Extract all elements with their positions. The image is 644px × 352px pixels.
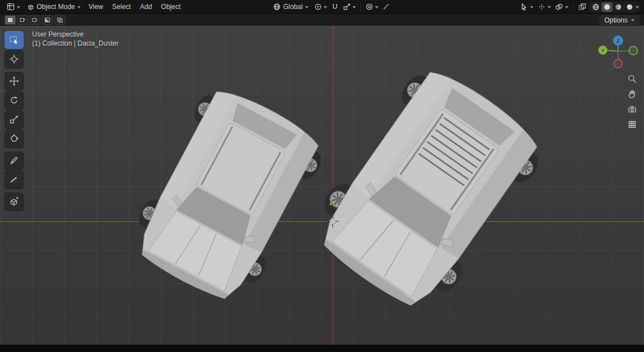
chevron-down-icon xyxy=(565,6,568,8)
falloff-curve-icon xyxy=(382,3,390,11)
shading-mode-group xyxy=(589,2,641,12)
separator xyxy=(360,3,361,11)
toggle-xray-button[interactable] xyxy=(576,2,588,12)
gizmo-z-label: Z xyxy=(616,38,620,44)
tool-scale[interactable] xyxy=(5,110,24,128)
gizmo-axis-y-neg[interactable] xyxy=(629,47,638,55)
shading-material-button[interactable] xyxy=(613,2,624,12)
menu-add[interactable]: Add xyxy=(135,2,156,12)
chevron-down-icon xyxy=(375,6,378,8)
toggle-ortho-button[interactable] xyxy=(625,118,639,131)
pivot-point-dropdown[interactable] xyxy=(312,2,329,12)
scale-icon xyxy=(9,114,19,124)
shading-rendered-icon xyxy=(626,3,633,11)
tool-annotate[interactable] xyxy=(5,152,24,170)
select-extend-button[interactable] xyxy=(17,15,28,25)
zoom-icon xyxy=(628,74,637,83)
shading-rendered-button[interactable] xyxy=(624,2,635,12)
separator xyxy=(573,3,574,11)
tool-select-box[interactable] xyxy=(5,31,24,49)
zoom-button[interactable] xyxy=(625,72,639,86)
select-invert-button[interactable] xyxy=(42,15,53,25)
viewport-overlay-text: User Perspective (1) Collection | Dacia_… xyxy=(32,30,118,48)
collection-label: (1) Collection | Dacia_Duster xyxy=(32,39,118,48)
show-gizmos-dropdown[interactable] xyxy=(536,2,553,12)
mode-label: Object Mode xyxy=(37,3,75,11)
snap-magnet-icon xyxy=(331,3,339,11)
transform-orientation-dropdown[interactable]: Global xyxy=(270,2,312,12)
options-dropdown[interactable]: Options xyxy=(599,15,639,25)
select-intersect-button[interactable] xyxy=(54,15,65,25)
object-visibility-icon xyxy=(520,3,528,11)
select-subtract-button[interactable] xyxy=(29,15,41,25)
car-model-right[interactable] xyxy=(301,56,553,323)
pivot-point-icon xyxy=(314,3,322,11)
toggle-xray-icon xyxy=(578,3,586,11)
proportional-editing-icon xyxy=(365,3,373,11)
select-mode-group xyxy=(5,15,65,25)
toolbar xyxy=(5,31,24,215)
tool-rotate[interactable] xyxy=(5,91,24,109)
chevron-down-icon xyxy=(530,6,533,8)
shading-wireframe-icon xyxy=(592,3,599,11)
annotate-pencil-icon xyxy=(9,155,19,166)
cursor-3d[interactable] xyxy=(326,215,339,228)
add-cube-icon xyxy=(9,197,19,207)
perspective-label: User Perspective xyxy=(32,30,118,39)
mode-selector[interactable]: Object Mode xyxy=(24,2,84,12)
chevron-down-icon xyxy=(636,6,639,8)
tool-measure[interactable] xyxy=(5,171,24,189)
shading-wireframe-button[interactable] xyxy=(590,2,601,12)
menu-object[interactable]: Object xyxy=(157,2,186,12)
chevron-down-icon xyxy=(352,6,356,8)
camera-view-button[interactable] xyxy=(625,103,639,116)
measure-ruler-icon xyxy=(9,175,19,185)
select-set-button[interactable] xyxy=(5,15,16,25)
chevron-down-icon xyxy=(631,19,634,21)
falloff-curve-button[interactable] xyxy=(381,2,392,12)
shading-material-icon xyxy=(615,3,622,11)
status-bar xyxy=(0,345,644,352)
rotate-icon xyxy=(9,95,19,105)
tool-cursor[interactable] xyxy=(5,50,24,68)
chevron-down-icon xyxy=(305,6,308,8)
menu-select[interactable]: Select xyxy=(108,2,135,12)
viewport-header: Object Mode View Select Add Object Globa… xyxy=(0,0,644,14)
snap-target-icon xyxy=(343,3,351,11)
chevron-down-icon xyxy=(324,6,327,8)
object-origin-dot[interactable] xyxy=(329,202,333,206)
viewport-display-cluster xyxy=(518,2,641,12)
options-label: Options xyxy=(605,16,628,24)
snap-target-dropdown[interactable] xyxy=(341,2,358,12)
cursor-icon xyxy=(9,54,19,64)
gizmo-axis-x-neg[interactable] xyxy=(614,60,623,68)
camera-view-icon xyxy=(628,105,637,114)
blender-window: Object Mode View Select Add Object Globa… xyxy=(0,0,644,352)
object-mode-icon xyxy=(27,3,34,11)
pan-button[interactable] xyxy=(625,87,639,101)
tool-transform[interactable] xyxy=(5,130,24,148)
toggle-ortho-icon xyxy=(628,120,637,129)
tool-add-cube[interactable] xyxy=(5,193,24,211)
tool-settings-bar: Options xyxy=(0,14,644,26)
proportional-editing-dropdown[interactable] xyxy=(364,2,380,12)
object-visibility-dropdown[interactable] xyxy=(518,2,535,12)
pan-hand-icon xyxy=(628,90,637,99)
viewport-3d[interactable]: User Perspective (1) Collection | Dacia_… xyxy=(0,26,644,345)
viewport-nav-buttons xyxy=(625,72,639,131)
editor-type-button[interactable] xyxy=(3,2,24,12)
transform-orientation-icon xyxy=(273,3,281,11)
chevron-down-icon xyxy=(77,6,81,8)
move-icon xyxy=(9,76,19,86)
snap-toggle-button[interactable] xyxy=(329,2,341,12)
show-overlays-dropdown[interactable] xyxy=(553,2,570,12)
orientation-label: Global xyxy=(283,3,303,11)
tool-move[interactable] xyxy=(5,72,24,90)
shading-solid-button[interactable] xyxy=(602,2,612,12)
menu-view[interactable]: View xyxy=(84,2,108,12)
car-model-left[interactable] xyxy=(121,78,332,312)
gizmo-y-label: Y xyxy=(601,48,605,54)
navigation-gizmo[interactable]: Z Y xyxy=(597,32,639,74)
transform-snap-cluster: Global xyxy=(270,2,392,12)
show-gizmos-icon xyxy=(537,3,546,11)
